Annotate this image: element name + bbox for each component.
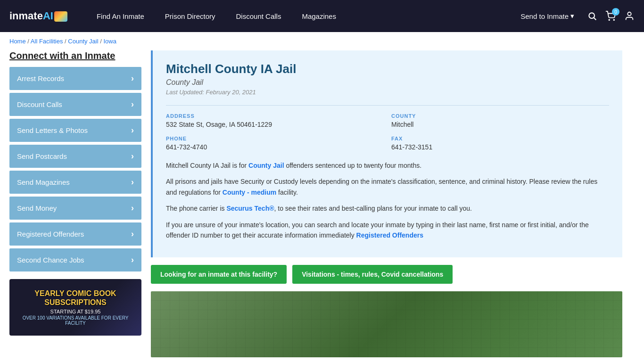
- sidebar: Connect with an Inmate Arrest Records › …: [9, 50, 141, 357]
- facility-name: Mitchell County IA Jail: [166, 62, 609, 76]
- sidebar-item-label: Send Money: [17, 204, 57, 212]
- send-dropdown-arrow: ▾: [570, 12, 574, 20]
- ad-sub2: OVER 100 VARIATIONS AVAILABLE FOR EVERY …: [14, 315, 137, 326]
- sidebar-item-label: Send Magazines: [17, 178, 70, 186]
- sidebar-item-label: Registered Offenders: [17, 230, 84, 238]
- sidebar-item-send-magazines[interactable]: Send Magazines ›: [9, 171, 141, 194]
- looking-for-inmate-button[interactable]: Looking for an inmate at this facility?: [151, 265, 287, 284]
- aerial-view: [151, 291, 622, 357]
- sidebar-arrow-icon: ›: [131, 203, 134, 213]
- send-to-inmate-button[interactable]: Send to Inmate ▾: [516, 0, 579, 32]
- nav-magazines[interactable]: Magazines: [291, 0, 347, 32]
- fax-value: 641-732-3151: [391, 143, 609, 151]
- fax-block: FAX 641-732-3151: [391, 136, 609, 151]
- facility-type: County Jail: [166, 78, 609, 87]
- user-icon: [624, 11, 635, 21]
- registered-offenders-link[interactable]: Registered Offenders: [356, 231, 423, 239]
- svg-point-3: [613, 19, 614, 20]
- svg-point-0: [589, 13, 594, 18]
- sidebar-item-label: Second Chance Jobs: [17, 256, 84, 264]
- sidebar-arrow-icon: ›: [131, 177, 134, 187]
- sidebar-item-send-money[interactable]: Send Money ›: [9, 197, 141, 220]
- main-layout: Connect with an Inmate Arrest Records › …: [0, 50, 632, 357]
- logo-inmate-text: inmate: [9, 10, 43, 22]
- cart-badge: 0: [612, 8, 619, 16]
- county-label: COUNTY: [391, 113, 609, 119]
- address-label: ADDRESS: [166, 113, 384, 119]
- desc-para-4: If you are unsure of your inmate's locat…: [166, 220, 609, 241]
- breadcrumb-county-jail[interactable]: County Jail: [68, 38, 98, 45]
- sidebar-title: Connect with an Inmate: [9, 50, 141, 61]
- sidebar-item-second-chance[interactable]: Second Chance Jobs ›: [9, 248, 141, 272]
- county-medium-link[interactable]: County - medium: [223, 189, 276, 196]
- sidebar-item-discount-calls[interactable]: Discount Calls ›: [9, 93, 141, 116]
- svg-point-4: [627, 12, 631, 16]
- sidebar-arrow-icon: ›: [131, 229, 134, 239]
- sidebar-arrow-icon: ›: [131, 255, 134, 265]
- cart-button[interactable]: 0: [605, 11, 616, 21]
- ad-title: YEARLY COMIC BOOKSUBSCRIPTIONS: [34, 289, 116, 307]
- address-value: 532 State St, Osage, IA 50461-1229: [166, 121, 384, 128]
- sidebar-item-label: Discount Calls: [17, 100, 62, 108]
- info-grid: ADDRESS 532 State St, Osage, IA 50461-12…: [166, 105, 609, 151]
- sidebar-item-arrest-records[interactable]: Arrest Records ›: [9, 67, 141, 90]
- user-button[interactable]: [624, 11, 635, 21]
- sidebar-arrow-icon: ›: [131, 74, 134, 83]
- county-jail-link[interactable]: County Jail: [248, 162, 284, 169]
- facility-aerial-image: [151, 291, 622, 357]
- phone-block: PHONE 641-732-4740: [166, 136, 384, 151]
- nav-discount-calls[interactable]: Discount Calls: [226, 0, 292, 32]
- desc-para-2: All prisons and jails have Security or C…: [166, 176, 609, 197]
- nav-prison-directory[interactable]: Prison Directory: [155, 0, 226, 32]
- description-section: Mitchell County IA Jail is for County Ja…: [166, 160, 609, 240]
- svg-line-1: [594, 18, 596, 20]
- nav-links: Find An Inmate Prison Directory Discount…: [86, 0, 516, 32]
- county-value: Mitchell: [391, 121, 609, 128]
- desc-para-3: The phone carrier is Securus Tech®, to s…: [166, 203, 609, 214]
- county-block: COUNTY Mitchell: [391, 113, 609, 128]
- phone-label: PHONE: [166, 136, 384, 141]
- logo-ai-text: AI: [43, 10, 53, 22]
- breadcrumb: Home / All Facilities / County Jail / Io…: [0, 32, 644, 50]
- securus-link[interactable]: Securus Tech®: [226, 205, 274, 212]
- visitations-button[interactable]: Visitations - times, rules, Covid cancel…: [292, 265, 453, 284]
- phone-value: 641-732-4740: [166, 143, 384, 151]
- sidebar-arrow-icon: ›: [131, 125, 134, 135]
- send-to-inmate-label: Send to Inmate: [520, 12, 569, 20]
- breadcrumb-all-facilities[interactable]: All Facilities: [31, 38, 63, 45]
- address-block: ADDRESS 532 State St, Osage, IA 50461-12…: [166, 113, 384, 128]
- facility-updated: Last Updated: February 20, 2021: [166, 89, 609, 96]
- action-buttons: Looking for an inmate at this facility? …: [151, 265, 622, 284]
- sidebar-item-label: Send Postcards: [17, 152, 67, 160]
- breadcrumb-state[interactable]: Iowa: [103, 38, 116, 45]
- facility-card: Mitchell County IA Jail County Jail Last…: [151, 50, 622, 257]
- breadcrumb-home[interactable]: Home: [9, 38, 26, 45]
- sidebar-item-send-letters[interactable]: Send Letters & Photos ›: [9, 119, 141, 142]
- sidebar-item-registered-offenders[interactable]: Registered Offenders ›: [9, 222, 141, 246]
- search-button[interactable]: [587, 11, 597, 21]
- sidebar-arrow-icon: ›: [131, 99, 134, 109]
- logo[interactable]: inmateAI: [9, 10, 67, 22]
- main-content: Mitchell County IA Jail County Jail Last…: [151, 50, 622, 357]
- sidebar-item-label: Send Letters & Photos: [17, 126, 88, 134]
- ad-subtitle: STARTING AT $19.95: [50, 309, 101, 314]
- nav-find-inmate[interactable]: Find An Inmate: [86, 0, 155, 32]
- sidebar-ad[interactable]: YEARLY COMIC BOOKSUBSCRIPTIONS STARTING …: [9, 279, 141, 336]
- sidebar-item-send-postcards[interactable]: Send Postcards ›: [9, 145, 141, 168]
- navigation: inmateAI Find An Inmate Prison Directory…: [0, 0, 644, 32]
- fax-label: FAX: [391, 136, 609, 141]
- logo-icon: [54, 11, 67, 22]
- nav-right: Send to Inmate ▾ 0: [516, 0, 635, 32]
- sidebar-item-label: Arrest Records: [17, 74, 64, 82]
- sidebar-arrow-icon: ›: [131, 151, 134, 161]
- search-icon: [587, 11, 597, 21]
- desc-para-1: Mitchell County IA Jail is for County Ja…: [166, 160, 609, 171]
- svg-point-2: [609, 19, 610, 20]
